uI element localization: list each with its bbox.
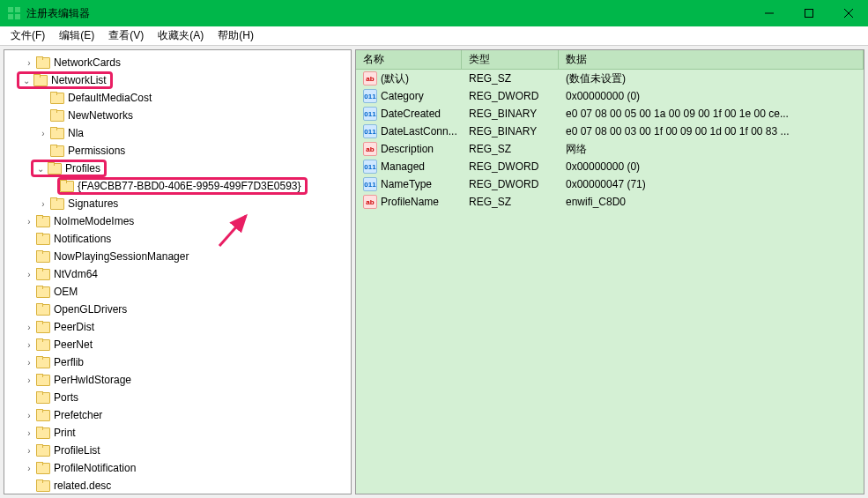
tree-item[interactable]: Notifications <box>4 230 351 248</box>
value-row[interactable]: 011ManagedREG_DWORD0x00000000 (0) <box>356 158 864 175</box>
value-type: REG_SZ <box>462 71 559 86</box>
expand-icon[interactable]: › <box>22 428 36 438</box>
value-type: REG_DWORD <box>462 88 559 104</box>
tree-label: Nla <box>68 127 84 139</box>
expand-icon[interactable]: › <box>22 323 36 332</box>
folder-icon <box>60 180 74 192</box>
tree-item[interactable]: OpenGLDrivers <box>4 301 351 318</box>
expand-icon[interactable]: › <box>22 446 36 456</box>
tree-item[interactable]: ›Signatures <box>4 195 351 212</box>
tree-item-profiles[interactable]: ⌄Profiles <box>4 160 351 177</box>
tree-item[interactable]: OEM <box>4 283 351 301</box>
tree-item[interactable]: ›ProfileNotification <box>4 459 351 477</box>
string-value-icon: ab <box>363 71 377 85</box>
expand-icon[interactable]: › <box>22 340 36 350</box>
folder-icon <box>33 74 48 86</box>
value-row[interactable]: 011DateCreatedREG_BINARYe0 07 08 00 05 0… <box>356 105 864 123</box>
tree-item[interactable]: ›Perflib <box>4 353 351 371</box>
folder-icon <box>36 215 50 227</box>
string-value-icon: ab <box>363 195 377 209</box>
tree-item[interactable]: ›NoImeModeImes <box>4 212 351 230</box>
tree-item-networklist[interactable]: ⌄NetworkList <box>4 71 351 89</box>
value-data: 0x00000000 (0) <box>559 88 864 104</box>
tree-label: Perflib <box>54 356 84 368</box>
value-data: 网络 <box>559 140 864 159</box>
menu-edit[interactable]: 编辑(E) <box>52 26 101 45</box>
tree-item[interactable]: ›ProfileList <box>4 442 351 459</box>
titlebar: 注册表编辑器 <box>0 0 868 26</box>
tree-item[interactable]: ›NetworkCards <box>4 54 351 71</box>
value-name: ProfileName <box>381 196 439 208</box>
tree-item[interactable]: related.desc <box>4 477 351 494</box>
tree-label: NowPlayingSessionManager <box>54 250 189 263</box>
tree-item[interactable]: ›PeerNet <box>4 336 351 353</box>
folder-icon <box>48 162 62 175</box>
tree-item[interactable]: Permissions <box>4 142 351 160</box>
expand-icon[interactable]: › <box>22 217 36 227</box>
expand-icon[interactable]: › <box>22 411 36 420</box>
value-row[interactable]: 011NameTypeREG_DWORD0x00000047 (71) <box>356 175 864 193</box>
svg-rect-0 <box>8 7 13 12</box>
folder-icon <box>50 109 64 122</box>
column-header-name[interactable]: 名称 <box>356 49 462 70</box>
tree-label: PeerNet <box>54 338 93 351</box>
tree-item[interactable]: ›PeerDist <box>4 318 351 336</box>
collapse-icon[interactable]: ⌄ <box>33 164 48 174</box>
folder-icon <box>36 303 50 316</box>
value-row[interactable]: 011CategoryREG_DWORD0x00000000 (0) <box>356 87 864 105</box>
tree-item[interactable]: ›Prefetcher <box>4 406 351 424</box>
collapse-icon[interactable]: ⌄ <box>19 76 33 85</box>
value-data: enwifi_C8D0 <box>559 194 864 210</box>
tree-item[interactable]: Ports <box>4 389 351 406</box>
tree-item-guid-selected[interactable]: {FA9CBB77-BBD0-406E-9959-499F7D3E0593} <box>4 177 351 195</box>
binary-value-icon: 011 <box>363 160 377 174</box>
menu-view[interactable]: 查看(V) <box>101 26 151 45</box>
folder-icon <box>36 409 50 421</box>
expand-icon[interactable]: › <box>22 375 36 385</box>
value-type: REG_DWORD <box>462 176 559 192</box>
folder-icon <box>36 444 50 457</box>
expand-icon[interactable]: › <box>22 58 36 68</box>
column-header-type[interactable]: 类型 <box>462 49 559 70</box>
close-button[interactable] <box>828 0 868 26</box>
menu-help[interactable]: 帮助(H) <box>211 26 261 45</box>
tree-label: DefaultMediaCost <box>68 92 152 104</box>
expand-icon[interactable]: › <box>22 270 36 279</box>
expand-icon[interactable]: › <box>22 358 36 368</box>
tree-pane[interactable]: ›NetworkCards ⌄NetworkList DefaultMediaC… <box>4 49 352 494</box>
tree-item[interactable]: ›PerHwIdStorage <box>4 371 351 389</box>
expand-icon[interactable]: › <box>22 464 36 473</box>
minimize-button[interactable] <box>749 0 789 26</box>
binary-value-icon: 011 <box>363 89 377 103</box>
expand-icon[interactable]: › <box>36 129 50 138</box>
tree-item[interactable]: NewNetworks <box>4 107 351 124</box>
maximize-button[interactable] <box>789 0 828 26</box>
tree-item[interactable]: DefaultMediaCost <box>4 89 351 107</box>
tree-item[interactable]: ›Nla <box>4 124 351 142</box>
tree-label: PeerDist <box>54 321 94 333</box>
value-row[interactable]: ab(默认)REG_SZ(数值未设置) <box>356 70 864 87</box>
value-row[interactable]: abDescriptionREG_SZ网络 <box>356 140 864 158</box>
folder-icon <box>36 356 50 368</box>
column-header-data[interactable]: 数据 <box>559 49 864 70</box>
value-row[interactable]: abProfileNameREG_SZenwifi_C8D0 <box>356 193 864 211</box>
tree-item[interactable]: ›NtVdm64 <box>4 265 351 283</box>
menu-favorites[interactable]: 收藏夹(A) <box>151 26 211 45</box>
tree-item[interactable]: NowPlayingSessionManager <box>4 248 351 265</box>
tree-label: Signatures <box>68 197 118 210</box>
tree-label: related.desc <box>54 479 111 492</box>
folder-icon <box>36 286 50 298</box>
expand-icon[interactable]: › <box>36 199 50 209</box>
values-pane[interactable]: 名称 类型 数据 ab(默认)REG_SZ(数值未设置)011CategoryR… <box>355 49 864 494</box>
folder-icon <box>36 479 50 492</box>
tree-label: ProfileList <box>54 444 100 457</box>
value-row[interactable]: 011DateLastConn...REG_BINARYe0 07 08 00 … <box>356 123 864 140</box>
tree-item[interactable]: ›Print <box>4 424 351 442</box>
value-type: REG_SZ <box>462 141 559 157</box>
value-name: (默认) <box>381 71 409 86</box>
value-name: NameType <box>381 178 432 190</box>
value-name: DateLastConn... <box>381 125 457 138</box>
menu-file[interactable]: 文件(F) <box>4 26 52 45</box>
folder-icon <box>36 321 50 333</box>
tree-label: NewNetworks <box>68 109 133 122</box>
